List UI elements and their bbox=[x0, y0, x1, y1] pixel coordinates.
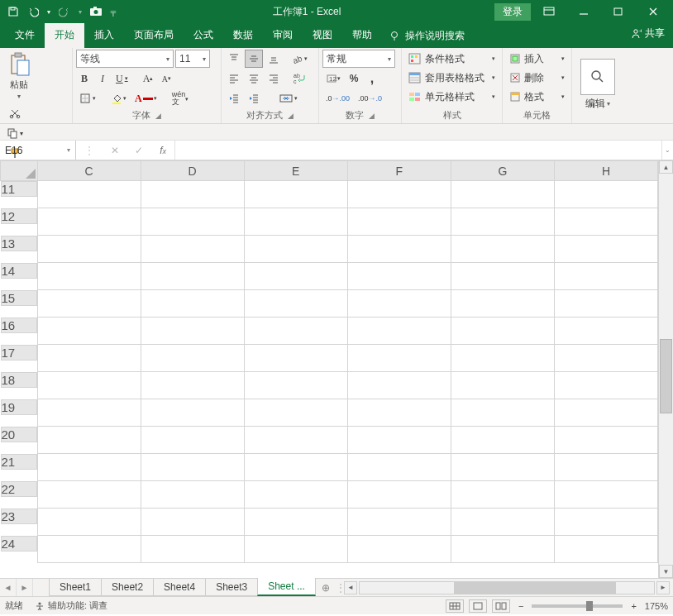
tab-home[interactable]: 开始 bbox=[45, 23, 84, 48]
cell[interactable] bbox=[141, 263, 244, 290]
cell[interactable] bbox=[554, 427, 657, 454]
bold-button[interactable]: B bbox=[76, 69, 93, 88]
cell[interactable] bbox=[141, 536, 244, 563]
accounting-format-button[interactable]: 123▾ bbox=[322, 69, 344, 88]
cell[interactable] bbox=[141, 181, 244, 208]
cell[interactable] bbox=[141, 208, 244, 236]
row-header[interactable]: 15 bbox=[1, 290, 37, 306]
cell-styles-button[interactable]: 单元格样式▾ bbox=[405, 88, 499, 106]
row-header[interactable]: 21 bbox=[1, 454, 37, 470]
fill-color-button[interactable]: ▾ bbox=[107, 89, 130, 107]
tab-help[interactable]: 帮助 bbox=[342, 23, 382, 48]
cell[interactable] bbox=[451, 263, 554, 290]
zoom-slider[interactable] bbox=[532, 604, 623, 608]
formula-input[interactable] bbox=[175, 141, 661, 160]
cell[interactable] bbox=[244, 236, 347, 263]
align-middle-button[interactable] bbox=[245, 50, 263, 68]
cell[interactable] bbox=[554, 509, 657, 536]
cell[interactable] bbox=[554, 345, 657, 372]
chevron-down-icon[interactable]: ▾ bbox=[76, 3, 84, 20]
row-header[interactable]: 23 bbox=[1, 509, 37, 524]
cell[interactable] bbox=[451, 427, 554, 454]
cell[interactable] bbox=[347, 536, 451, 563]
cell[interactable] bbox=[141, 345, 244, 372]
increase-decimal-button[interactable]: .0→.00 bbox=[322, 89, 353, 107]
chevron-down-icon[interactable]: ▾ bbox=[45, 3, 53, 20]
sheet-nav-prev-icon[interactable]: ◄ bbox=[0, 579, 17, 596]
decrease-indent-button[interactable] bbox=[225, 89, 243, 107]
cell[interactable] bbox=[244, 481, 347, 509]
cell[interactable] bbox=[347, 427, 451, 454]
conditional-formatting-button[interactable]: 条件格式▾ bbox=[405, 50, 499, 68]
cell[interactable] bbox=[451, 536, 554, 563]
cell[interactable] bbox=[347, 181, 451, 208]
cell[interactable] bbox=[347, 372, 451, 399]
cell[interactable] bbox=[451, 181, 554, 208]
increase-indent-button[interactable] bbox=[245, 89, 263, 107]
undo-icon[interactable] bbox=[25, 3, 41, 20]
close-icon[interactable] bbox=[637, 0, 670, 23]
cell[interactable] bbox=[141, 509, 244, 536]
align-bottom-button[interactable] bbox=[265, 50, 283, 68]
wrap-text-button[interactable]: abc bbox=[289, 69, 309, 88]
new-sheet-button[interactable]: ⊕ bbox=[316, 579, 336, 596]
tab-view[interactable]: 视图 bbox=[303, 23, 342, 48]
cell[interactable] bbox=[37, 399, 141, 427]
zoom-in-button[interactable]: + bbox=[628, 601, 639, 611]
redo-icon[interactable] bbox=[56, 3, 73, 20]
tab-insert[interactable]: 插入 bbox=[84, 23, 124, 48]
cell[interactable] bbox=[37, 236, 141, 263]
zoom-out-button[interactable]: − bbox=[515, 601, 527, 611]
cell[interactable] bbox=[37, 290, 141, 318]
row-header[interactable]: 22 bbox=[1, 481, 37, 497]
row-header[interactable]: 13 bbox=[1, 236, 37, 251]
cell[interactable] bbox=[451, 509, 554, 536]
cell[interactable] bbox=[554, 372, 657, 399]
page-layout-view-button[interactable] bbox=[469, 599, 487, 613]
percent-style-button[interactable]: % bbox=[346, 69, 362, 88]
cell[interactable] bbox=[37, 536, 141, 563]
cancel-formula-icon[interactable]: ✕ bbox=[111, 145, 119, 156]
tab-pagelayout[interactable]: 页面布局 bbox=[124, 23, 184, 48]
select-all-corner[interactable] bbox=[1, 161, 38, 181]
cell[interactable] bbox=[554, 290, 657, 318]
delete-cells-button[interactable]: 删除▾ bbox=[506, 69, 568, 87]
cell[interactable] bbox=[451, 318, 554, 345]
sheet-tab[interactable]: Sheet ... bbox=[257, 578, 316, 596]
cell[interactable] bbox=[141, 318, 244, 345]
cell[interactable] bbox=[244, 208, 347, 236]
cell[interactable] bbox=[347, 318, 451, 345]
cut-button[interactable] bbox=[3, 104, 26, 122]
merge-center-button[interactable]: ▾ bbox=[276, 89, 301, 107]
cell[interactable] bbox=[554, 399, 657, 427]
cell[interactable] bbox=[37, 208, 141, 236]
align-right-button[interactable] bbox=[265, 69, 283, 88]
cell[interactable] bbox=[37, 372, 141, 399]
cell[interactable] bbox=[37, 318, 141, 345]
cell[interactable] bbox=[554, 236, 657, 263]
cell[interactable] bbox=[347, 236, 451, 263]
column-header[interactable]: C bbox=[37, 161, 141, 181]
scrollbar-thumb[interactable] bbox=[660, 339, 672, 413]
borders-button[interactable]: ▾ bbox=[76, 89, 99, 107]
insert-function-icon[interactable]: fx bbox=[160, 145, 166, 156]
cell[interactable] bbox=[451, 345, 554, 372]
font-name-combo[interactable]: 等线▾ bbox=[76, 50, 174, 68]
column-header[interactable]: G bbox=[451, 161, 554, 181]
italic-button[interactable]: I bbox=[94, 69, 111, 88]
dialog-launcher-icon[interactable]: ◢ bbox=[155, 112, 161, 120]
font-color-button[interactable]: A▾ bbox=[131, 89, 160, 107]
scroll-right-icon[interactable]: ► bbox=[656, 581, 670, 595]
name-box[interactable]: E16 ▾ bbox=[0, 141, 76, 160]
cell[interactable] bbox=[451, 399, 554, 427]
cell[interactable] bbox=[347, 481, 451, 509]
normal-view-button[interactable] bbox=[446, 599, 464, 613]
signin-button[interactable]: 登录 bbox=[494, 3, 531, 21]
cell[interactable] bbox=[141, 481, 244, 509]
align-left-button[interactable] bbox=[225, 69, 243, 88]
cell[interactable] bbox=[554, 263, 657, 290]
cell[interactable] bbox=[347, 345, 451, 372]
sheet-tab[interactable]: Sheet3 bbox=[205, 579, 258, 596]
cell[interactable] bbox=[347, 208, 451, 236]
row-header[interactable]: 18 bbox=[1, 372, 37, 388]
